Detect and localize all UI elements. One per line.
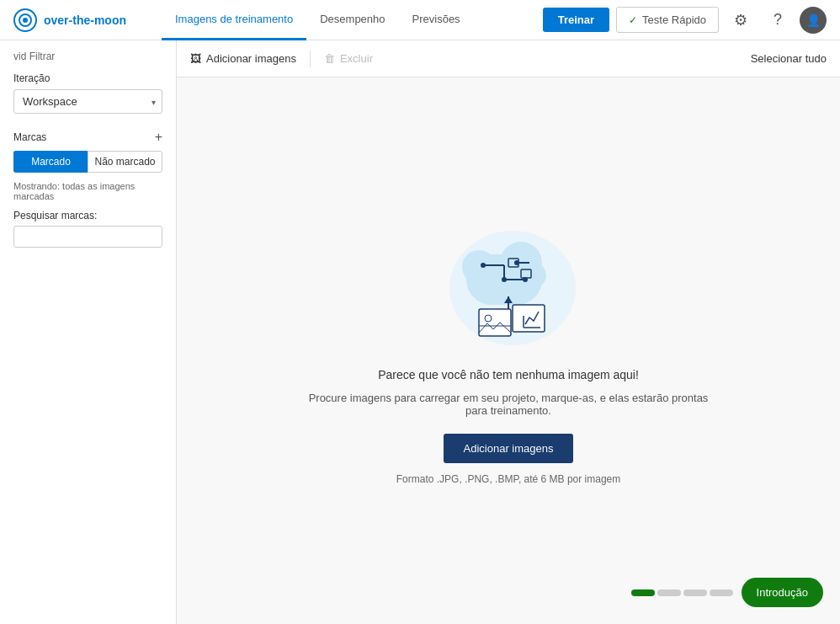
empty-title: Parece que você não tem nenhuma imagem a… <box>378 368 639 381</box>
search-tags-input[interactable] <box>13 226 162 248</box>
tagged-button[interactable]: Marcado <box>13 151 88 173</box>
add-images-center-button[interactable]: Adicionar imagens <box>444 434 574 463</box>
tags-header: Marcas + <box>13 131 162 144</box>
eye-icon <box>13 8 37 32</box>
delete-icon: 🗑 <box>324 52 335 65</box>
format-note: Formato .JPG, .PNG, .BMP, até 6 MB por i… <box>396 473 621 485</box>
svg-point-2 <box>23 18 28 23</box>
add-images-label: Adicionar imagens <box>206 52 296 65</box>
untagged-button[interactable]: Não marcado <box>88 151 162 173</box>
iteration-select[interactable]: Workspace <box>13 89 162 114</box>
svg-point-11 <box>481 263 486 268</box>
toolbar-separator <box>310 51 311 67</box>
avatar-icon: 👤 <box>806 13 821 27</box>
help-icon: ? <box>774 11 782 29</box>
main-nav: Imagens de treinamento Desempenho Previs… <box>162 0 529 40</box>
iteration-label: Iteração <box>13 72 162 84</box>
bottom-right-panel: Introdução <box>631 578 823 607</box>
image-icon: 🖼 <box>190 52 201 65</box>
help-button[interactable]: ? <box>763 5 793 35</box>
progress-dots <box>631 589 733 596</box>
dot-1 <box>631 589 655 596</box>
intro-button[interactable]: Introdução <box>742 578 823 607</box>
page-layout: vid Filtrar Iteração Workspace ▾ Marcas … <box>0 40 840 624</box>
svg-point-12 <box>502 277 507 282</box>
tab-training-images[interactable]: Imagens de treinamento <box>162 0 306 40</box>
settings-button[interactable]: ⚙ <box>726 5 756 35</box>
plus-icon: + <box>155 131 162 144</box>
iteration-selector[interactable]: Workspace ▾ <box>13 89 162 114</box>
showing-label: Mostrando: todas as imagens marcadas <box>13 181 162 201</box>
svg-point-5 <box>462 250 496 284</box>
empty-state: Parece que você não tem nenhuma imagem a… <box>177 77 840 624</box>
empty-illustration <box>433 216 584 351</box>
dot-2 <box>657 589 681 596</box>
tab-performance[interactable]: Desempenho <box>306 0 398 40</box>
quick-test-label: Teste Rápido <box>642 13 706 26</box>
content-toolbar: 🖼 Adicionar imagens 🗑 Excluir Selecionar… <box>177 40 840 77</box>
select-all-button[interactable]: Selecionar tudo <box>751 52 827 65</box>
sidebar: vid Filtrar Iteração Workspace ▾ Marcas … <box>0 40 177 624</box>
dot-4 <box>710 589 733 596</box>
app-logo[interactable]: over-the-moon <box>13 8 148 32</box>
delete-button[interactable]: 🗑 Excluir <box>324 49 373 68</box>
gear-icon: ⚙ <box>734 11 747 29</box>
svg-rect-20 <box>479 309 511 336</box>
dot-3 <box>683 589 707 596</box>
app-name: over-the-moon <box>44 13 126 27</box>
app-header: over-the-moon Imagens de treinamento Des… <box>0 0 840 40</box>
quick-test-button[interactable]: ✓ Teste Rápido <box>616 7 719 33</box>
user-avatar[interactable]: 👤 <box>800 7 827 34</box>
search-tags-label: Pesquisar marcas: <box>13 210 162 221</box>
tags-label: Marcas <box>13 131 46 143</box>
add-images-button[interactable]: 🖼 Adicionar imagens <box>190 49 296 68</box>
empty-subtitle: Procure imagens para carregar em seu pro… <box>298 392 719 417</box>
tag-toggle: Marcado Não marcado <box>13 151 162 173</box>
header-actions: Treinar ✓ Teste Rápido ⚙ ? 👤 <box>543 5 827 35</box>
delete-label: Excluir <box>340 52 373 65</box>
add-tag-button[interactable]: + <box>155 131 162 144</box>
tab-predictions[interactable]: Previsões <box>399 0 474 40</box>
filter-label: vid Filtrar <box>13 51 162 62</box>
main-content: 🖼 Adicionar imagens 🗑 Excluir Selecionar… <box>177 40 840 624</box>
svg-point-7 <box>521 263 546 288</box>
train-button[interactable]: Treinar <box>543 8 609 32</box>
checkmark-icon: ✓ <box>629 14 637 26</box>
